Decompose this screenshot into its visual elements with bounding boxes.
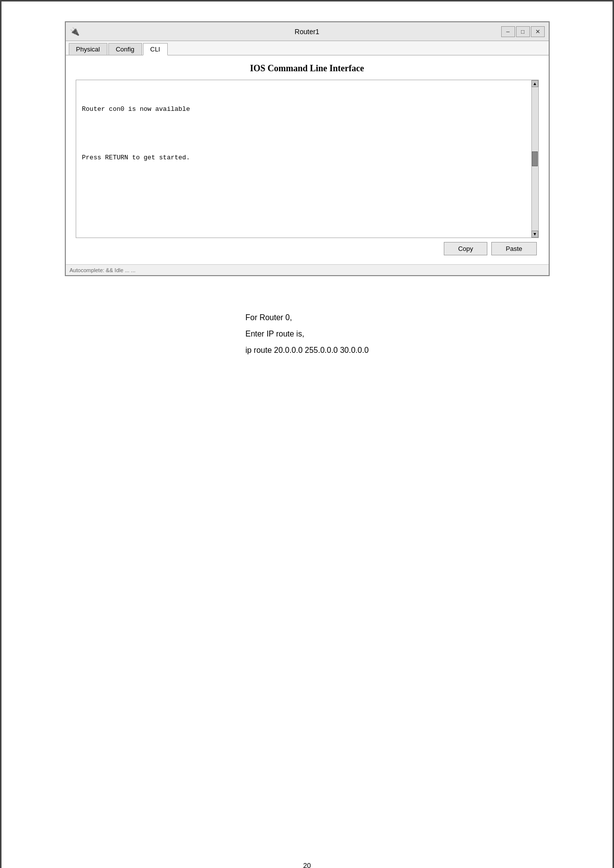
window-title: Router1 (295, 28, 320, 36)
text-line-1: For Router 0, (245, 311, 369, 325)
text-line-2: Enter IP route is, (245, 327, 369, 341)
page-wrapper: 🔌 Router1 – □ ✕ Physical Config CLI (31, 21, 583, 868)
terminal-text: Router con0 is now available Press RETUR… (82, 85, 525, 238)
router-window: 🔌 Router1 – □ ✕ Physical Config CLI (65, 21, 550, 276)
tab-cli[interactable]: CLI (143, 43, 168, 55)
titlebar-container: 🔌 Router1 – □ ✕ (70, 26, 545, 37)
scroll-down-arrow[interactable]: ▼ (531, 231, 538, 238)
window-tabs: Physical Config CLI (66, 41, 549, 55)
page-content: 🔌 Router1 – □ ✕ Physical Config CLI (31, 21, 583, 359)
scroll-up-arrow[interactable]: ▲ (531, 80, 538, 87)
tab-physical[interactable]: Physical (69, 43, 107, 55)
router-icon: 🔌 (70, 27, 80, 37)
close-button[interactable]: ✕ (531, 26, 545, 37)
minimize-button[interactable]: – (501, 26, 515, 37)
page-number: 20 (303, 862, 311, 868)
paste-button[interactable]: Paste (491, 242, 536, 255)
window-controls: – □ ✕ (501, 26, 545, 37)
tab-config[interactable]: Config (108, 43, 142, 55)
scroll-thumb[interactable] (532, 151, 538, 166)
window-body: IOS Command Line Interface Router con0 i… (66, 55, 549, 264)
window-footer: Autocomplete: && Idle ... ... (66, 264, 549, 275)
window-titlebar: 🔌 Router1 – □ ✕ (66, 22, 549, 41)
cli-heading: IOS Command Line Interface (76, 63, 539, 74)
copy-button[interactable]: Copy (444, 242, 487, 255)
maximize-button[interactable]: □ (516, 26, 530, 37)
footer-text: Autocomplete: && Idle ... ... (70, 267, 136, 273)
terminal-scroll[interactable]: Router con0 is now available Press RETUR… (76, 80, 531, 238)
terminal-actions: Copy Paste (76, 238, 539, 259)
titlebar-left: 🔌 (70, 27, 80, 37)
text-line-3: ip route 20.0.0.0 255.0.0.0 30.0.0.0 (245, 343, 369, 358)
scrollbar-side: ▲ ▼ (531, 80, 538, 238)
page-text-section: For Router 0, Enter IP route is, ip rout… (236, 311, 378, 359)
terminal-wrapper: Router con0 is now available Press RETUR… (76, 80, 539, 238)
